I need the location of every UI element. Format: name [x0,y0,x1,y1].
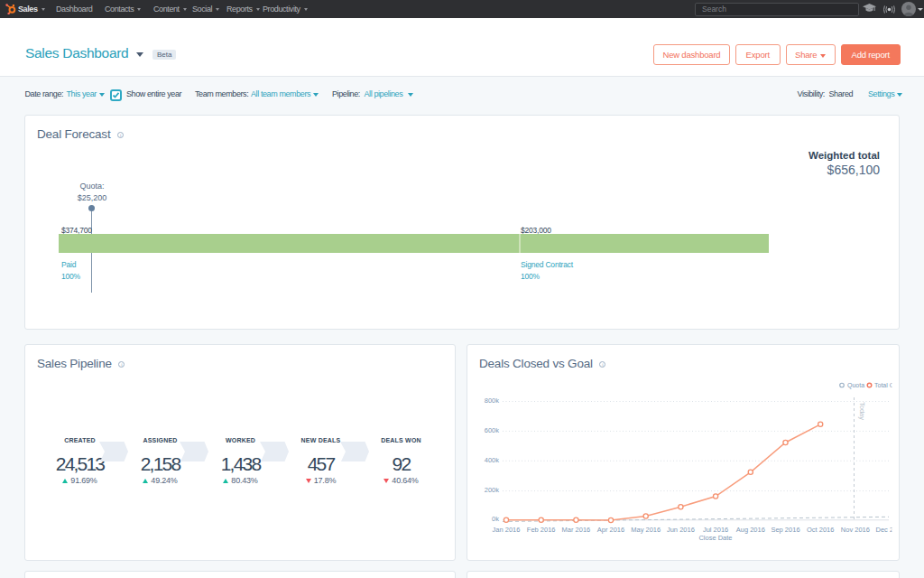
svg-text:Nov 2016: Nov 2016 [841,526,870,534]
svg-text:Apr 2016: Apr 2016 [597,526,624,534]
svg-text:400k: 400k [485,456,500,464]
svg-text:600k: 600k [485,426,500,434]
svg-text:Jun 2016: Jun 2016 [667,526,695,534]
svg-text:May 2016: May 2016 [631,526,661,534]
svg-text:800k: 800k [485,396,500,405]
svg-text:Today: Today [858,402,866,420]
svg-text:Close Date: Close Date [698,534,732,542]
svg-text:Quota: Quota [847,382,864,389]
svg-text:Jan 2016: Jan 2016 [493,526,521,534]
svg-text:0k: 0k [492,515,499,523]
svg-text:Total Closed Won: Total Closed Won [874,382,900,388]
svg-text:200k: 200k [485,486,500,494]
svg-text:Feb 2016: Feb 2016 [527,526,556,534]
svg-text:Aug 2016: Aug 2016 [736,526,765,534]
svg-text:Jul 2016: Jul 2016 [703,526,728,534]
svg-text:Sep 2016: Sep 2016 [771,526,799,534]
svg-text:Mar 2016: Mar 2016 [562,526,591,534]
svg-text:Oct 2016: Oct 2016 [807,526,834,534]
svg-text:Dec 2016: Dec 2016 [876,526,900,534]
